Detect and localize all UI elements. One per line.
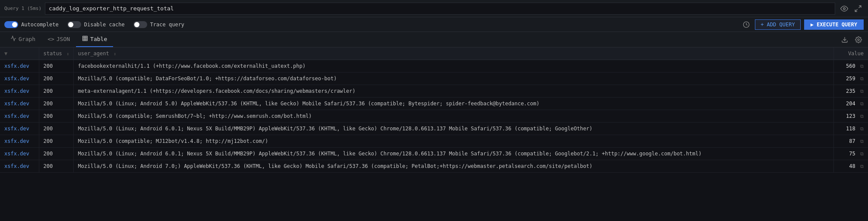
table-area: ▼ status ↕ user_agent ↕ Value xsfx.dev20… — [0, 47, 868, 221]
user-agent-sort-icon: ↕ — [114, 51, 116, 56]
cell-dev: xsfx.dev — [0, 73, 39, 85]
options-bar: Autocomplete Disable cache Trace query +… — [0, 17, 868, 32]
cell-value: 560 ⧉ — [833, 60, 868, 73]
table-row: xsfx.dev200Mozilla/5.0 (Linux; Android 6… — [0, 148, 868, 160]
svg-point-0 — [843, 7, 846, 9]
cell-user-agent: Mozilla/5.0 (compatible; MJ12bot/v1.4.8;… — [73, 135, 833, 148]
trace-query-toggle-group: Trace query — [133, 21, 184, 28]
cell-value: 235 ⧉ — [833, 85, 868, 98]
download-button[interactable] — [840, 35, 850, 45]
cell-user-agent: facebookexternalhit/1.1 (+http://www.fac… — [73, 60, 833, 73]
cell-value: 123 ⧉ — [833, 110, 868, 123]
copy-icon[interactable]: ⧉ — [860, 114, 864, 119]
cell-value: 259 ⧉ — [833, 73, 868, 85]
cell-status: 200 — [39, 98, 73, 110]
disable-cache-toggle-group: Disable cache — [67, 21, 125, 28]
table-row: xsfx.dev200Mozilla/5.0 (compatible; Semr… — [0, 110, 868, 123]
tab-right-actions — [840, 35, 864, 45]
table-row: xsfx.dev200facebookexternalhit/1.1 (+htt… — [0, 60, 868, 73]
cell-status: 200 — [39, 123, 73, 135]
table-body: xsfx.dev200facebookexternalhit/1.1 (+htt… — [0, 60, 868, 173]
cell-dev: xsfx.dev — [0, 98, 39, 110]
cell-dev: xsfx.dev — [0, 135, 39, 148]
cell-dev: xsfx.dev — [0, 123, 39, 135]
query-actions — [839, 3, 864, 14]
execute-query-button[interactable]: ▶ EXECUTE QUERY — [804, 19, 864, 30]
col-header-dev[interactable]: ▼ — [0, 47, 39, 60]
tab-json-label: JSON — [57, 36, 70, 42]
tab-table-label: Table — [90, 36, 107, 42]
table-tab-icon — [82, 35, 88, 43]
cell-status: 200 — [39, 135, 73, 148]
col-header-user-agent[interactable]: user_agent ↕ — [73, 47, 833, 60]
table-row: xsfx.dev200Mozilla/5.0 (Linux; Android 7… — [0, 160, 868, 173]
col-header-status[interactable]: status ↕ — [39, 47, 73, 60]
query-bar: Query 1 (5ms) — [0, 0, 868, 17]
tab-table[interactable]: Table — [76, 32, 113, 47]
cell-status: 200 — [39, 110, 73, 123]
visibility-toggle-button[interactable] — [839, 3, 850, 14]
table-row: xsfx.dev200Mozilla/5.0 (Linux; Android 6… — [0, 123, 868, 135]
svg-point-10 — [858, 39, 859, 41]
query-input[interactable] — [45, 3, 835, 15]
autocomplete-toggle-group: Autocomplete — [4, 21, 59, 28]
query-label: Query 1 (5ms) — [4, 6, 41, 11]
cell-value: 87 ⧉ — [833, 135, 868, 148]
table-row: xsfx.dev200meta-externalagent/1.1 (+http… — [0, 85, 868, 98]
results-table: ▼ status ↕ user_agent ↕ Value xsfx.dev20… — [0, 47, 868, 173]
cell-user-agent: Mozilla/5.0 (Linux; Android 5.0) AppleWe… — [73, 98, 833, 110]
tab-graph-label: Graph — [19, 36, 35, 42]
svg-line-1 — [859, 6, 861, 8]
copy-icon[interactable]: ⧉ — [860, 76, 864, 82]
table-row: xsfx.dev200Mozilla/5.0 (compatible; MJ12… — [0, 135, 868, 148]
autocomplete-label: Autocomplete — [21, 22, 59, 28]
options-right: + ADD QUERY ▶ EXECUTE QUERY — [741, 19, 864, 30]
trace-query-toggle[interactable] — [133, 21, 147, 28]
trace-query-label: Trace query — [150, 22, 184, 28]
history-button[interactable] — [741, 19, 751, 30]
status-sort-icon: ↕ — [66, 51, 69, 56]
tab-graph[interactable]: Graph — [4, 32, 41, 47]
table-row: xsfx.dev200Mozilla/5.0 (Linux; Android 5… — [0, 98, 868, 110]
cell-status: 200 — [39, 148, 73, 160]
cell-dev: xsfx.dev — [0, 148, 39, 160]
copy-icon[interactable]: ⧉ — [860, 101, 864, 107]
cell-status: 200 — [39, 85, 73, 98]
copy-icon[interactable]: ⧉ — [860, 139, 864, 144]
add-query-button[interactable]: + ADD QUERY — [755, 19, 800, 30]
cell-user-agent: Mozilla/5.0 (Linux; Android 7.0;) AppleW… — [73, 160, 833, 173]
cell-dev: xsfx.dev — [0, 60, 39, 73]
copy-icon[interactable]: ⧉ — [860, 164, 864, 169]
cell-status: 200 — [39, 160, 73, 173]
cell-user-agent: Mozilla/5.0 (compatible; SemrushBot/7~bl… — [73, 110, 833, 123]
cell-status: 200 — [39, 73, 73, 85]
cell-value: 204 ⧉ — [833, 98, 868, 110]
table-header: ▼ status ↕ user_agent ↕ Value — [0, 47, 868, 60]
cell-value: 48 ⧉ — [833, 160, 868, 173]
copy-icon[interactable]: ⧉ — [860, 88, 864, 94]
svg-line-2 — [855, 9, 857, 11]
expand-button[interactable] — [852, 3, 864, 14]
graph-tab-icon — [10, 35, 16, 43]
table-row: xsfx.dev200Mozilla/5.0 (compatible; Data… — [0, 73, 868, 85]
cell-dev: xsfx.dev — [0, 85, 39, 98]
autocomplete-toggle[interactable] — [4, 21, 18, 28]
cell-value: 118 ⧉ — [833, 123, 868, 135]
disable-cache-label: Disable cache — [84, 22, 125, 28]
cell-user-agent: meta-externalagent/1.1 (+https://develop… — [73, 85, 833, 98]
cell-dev: xsfx.dev — [0, 110, 39, 123]
cell-user-agent: Mozilla/5.0 (Linux; Android 6.0.1; Nexus… — [73, 148, 833, 160]
tab-bar: Graph <> JSON Table — [0, 32, 868, 47]
copy-icon[interactable]: ⧉ — [860, 63, 864, 69]
col-header-value[interactable]: Value — [833, 47, 868, 60]
settings-button[interactable] — [853, 35, 864, 45]
disable-cache-toggle[interactable] — [67, 21, 81, 28]
cell-status: 200 — [39, 60, 73, 73]
copy-icon[interactable]: ⧉ — [860, 151, 864, 157]
query-input-wrapper — [45, 3, 835, 15]
tab-json[interactable]: <> JSON — [41, 32, 76, 47]
cell-user-agent: Mozilla/5.0 (compatible; DataForSeoBot/1… — [73, 73, 833, 85]
copy-icon[interactable]: ⧉ — [860, 126, 864, 132]
cell-value: 75 ⧉ — [833, 148, 868, 160]
cell-dev: xsfx.dev — [0, 160, 39, 173]
